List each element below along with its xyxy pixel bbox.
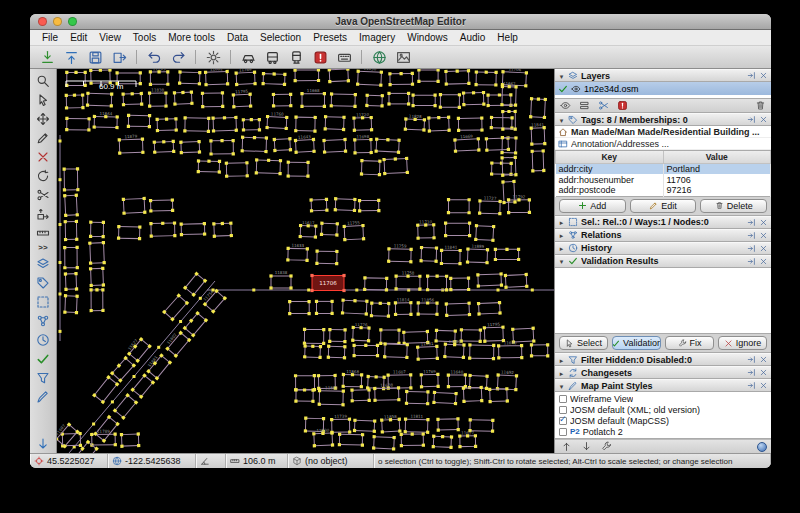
style-row[interactable]: JOSM default (MapCSS) (555, 415, 771, 426)
map-paint-styles-header[interactable]: Map Paint Styles (555, 379, 771, 392)
zoom-window-button[interactable] (68, 17, 77, 26)
menu-selection[interactable]: Selection (254, 30, 307, 45)
style-settings-button[interactable] (599, 440, 614, 453)
menu-audio[interactable]: Audio (454, 30, 492, 45)
delete-layer-button[interactable] (753, 99, 768, 112)
bus-routing-button[interactable] (261, 48, 283, 67)
map-canvas[interactable]: 1179311682117691185011771117061183811795… (57, 69, 554, 453)
measure-mode-button[interactable] (34, 223, 53, 242)
dock-icon[interactable] (747, 115, 756, 124)
fix-button[interactable]: Fix (665, 336, 714, 350)
move-mode-button[interactable] (34, 109, 53, 128)
menu-edit[interactable]: Edit (64, 30, 93, 45)
tag-row[interactable]: addr:postcode97216 (556, 185, 771, 196)
draw-mode-button[interactable] (34, 128, 53, 147)
car-routing-button[interactable] (237, 48, 259, 67)
toggle-layers-panel-button[interactable] (34, 254, 53, 273)
tram-routing-button[interactable] (285, 48, 307, 67)
tag-column-key[interactable]: Key (556, 151, 664, 163)
save-button[interactable] (84, 48, 106, 67)
close-icon[interactable] (759, 368, 768, 377)
move-up-button[interactable] (559, 440, 574, 453)
panel-knob-icon[interactable] (757, 442, 767, 452)
ignore-button[interactable]: Ignore (718, 336, 767, 350)
layer-merge-button[interactable] (596, 99, 611, 112)
imagery-button[interactable] (368, 48, 390, 67)
delete-tag-button[interactable]: Delete (700, 199, 767, 213)
close-icon[interactable] (759, 115, 768, 124)
edit-tag-button[interactable]: Edit (630, 199, 697, 213)
dock-icon[interactable] (747, 368, 756, 377)
keyboard-shortcuts-button[interactable] (333, 48, 355, 67)
dock-icon[interactable] (747, 244, 756, 253)
style-checkbox[interactable] (559, 428, 567, 436)
zoom-mode-button[interactable] (34, 71, 53, 90)
menu-help[interactable]: Help (491, 30, 524, 45)
undo-button[interactable] (143, 48, 165, 67)
close-icon[interactable] (759, 231, 768, 240)
toggle-validation-panel-button[interactable] (34, 349, 53, 368)
close-window-button[interactable] (38, 17, 47, 26)
close-icon[interactable] (759, 257, 768, 266)
history-panel-header[interactable]: History (555, 242, 771, 255)
layer-row[interactable]: 1n2e34d.osm (555, 82, 771, 95)
style-checkbox[interactable] (559, 406, 567, 414)
move-down-button[interactable] (579, 440, 594, 453)
close-icon[interactable] (759, 244, 768, 253)
preferences-button[interactable] (202, 48, 224, 67)
tags-panel-header[interactable]: Tags: 8 / Memberships: 0 (555, 113, 771, 126)
dock-icon[interactable] (747, 355, 756, 364)
menu-presets[interactable]: Presets (307, 30, 353, 45)
split-way-button[interactable] (34, 185, 53, 204)
delete-mode-button[interactable] (34, 147, 53, 166)
upload-data-button[interactable] (60, 48, 82, 67)
style-row[interactable]: JOSM default (XML; old version) (555, 404, 771, 415)
changesets-panel-header[interactable]: Changesets (555, 366, 771, 379)
menu-windows[interactable]: Windows (401, 30, 454, 45)
toggle-filter-panel-button[interactable] (34, 368, 53, 387)
close-icon[interactable] (759, 71, 768, 80)
export-button[interactable] (108, 48, 130, 67)
rotate-mode-button[interactable] (34, 166, 53, 185)
dock-icon[interactable] (747, 257, 756, 266)
menu-view[interactable]: View (93, 30, 127, 45)
menu-imagery[interactable]: Imagery (353, 30, 401, 45)
title-bar[interactable]: Java OpenStreetMap Editor (30, 14, 771, 30)
close-icon[interactable] (759, 381, 768, 390)
layer-visibility-icon[interactable] (571, 84, 581, 94)
toggle-history-panel-button[interactable] (34, 330, 53, 349)
style-row[interactable]: Wireframe View (555, 393, 771, 404)
minimize-window-button[interactable] (53, 17, 62, 26)
redo-button[interactable] (167, 48, 189, 67)
extrude-mode-button[interactable] (34, 204, 53, 223)
select-mode-button[interactable] (34, 90, 53, 109)
dock-icon[interactable] (747, 231, 756, 240)
layer-warning-button[interactable] (615, 99, 630, 112)
tag-column-value[interactable]: Value (663, 151, 771, 163)
style-checkbox[interactable] (559, 417, 567, 425)
close-icon[interactable] (759, 218, 768, 227)
style-checkbox[interactable] (559, 395, 567, 403)
select-button[interactable]: Select (559, 336, 608, 350)
layer-visibility-button[interactable] (558, 99, 573, 112)
validation-button[interactable]: Validation (612, 336, 661, 350)
validation-panel-header[interactable]: Validation Results (555, 255, 771, 268)
photo-mapping-button[interactable] (392, 48, 414, 67)
download-data-button[interactable] (36, 48, 58, 67)
tag-row[interactable]: addr:housenumber11706 (556, 174, 771, 185)
download-along-button[interactable] (34, 434, 53, 453)
dock-icon[interactable] (747, 218, 756, 227)
preset-addresses[interactable]: Annotation/Addresses ... (555, 138, 771, 150)
toolbar-expander-button[interactable]: >> (38, 242, 47, 254)
layers-panel-header[interactable]: Layers (555, 69, 771, 82)
dock-icon[interactable] (747, 381, 756, 390)
menu-data[interactable]: Data (221, 30, 254, 45)
toggle-tags-panel-button[interactable] (34, 273, 53, 292)
menu-tools[interactable]: Tools (127, 30, 162, 45)
toggle-selection-panel-button[interactable] (34, 292, 53, 311)
layer-opacity-button[interactable] (577, 99, 592, 112)
toggle-mappaint-panel-button[interactable] (34, 387, 53, 406)
tag-row[interactable]: addr:cityPortland (556, 163, 771, 174)
style-row[interactable]: P2Potlatch 2 (555, 426, 771, 437)
toggle-relations-panel-button[interactable] (34, 311, 53, 330)
